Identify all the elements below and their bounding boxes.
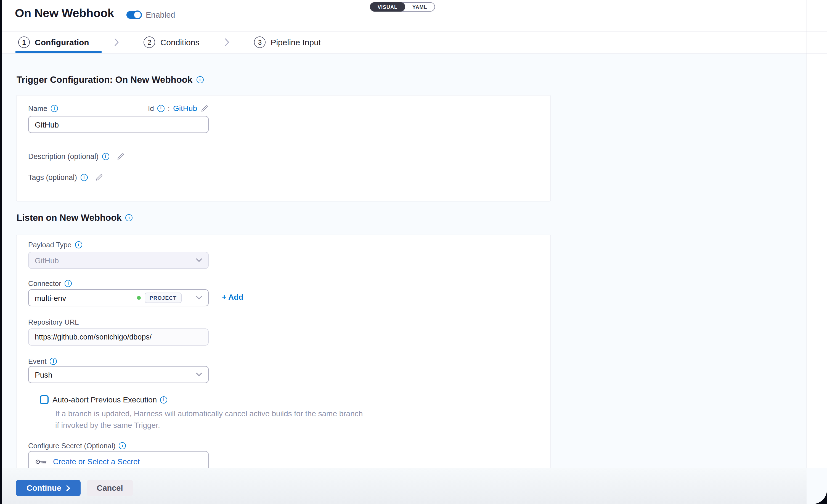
drawer-footer: Continue Cancel (2, 468, 807, 504)
right-gutter (807, 54, 827, 468)
connector-value: multi-env (35, 293, 137, 302)
name-label: Name (28, 104, 47, 113)
payload-type-value: GitHub (35, 256, 59, 265)
enabled-toggle[interactable] (127, 11, 141, 19)
auto-abort-label: Auto-abort Previous Execution (52, 395, 157, 404)
trigger-configuration-heading-text: Trigger Configuration: On New Webhook (16, 74, 192, 85)
step-1-badge: 1 (18, 37, 30, 48)
listen-heading-text: Listen on New Webhook (16, 212, 122, 223)
info-icon[interactable]: i (157, 105, 164, 112)
step-configuration[interactable]: 1 Configuration (18, 37, 89, 48)
chevron-right-icon (66, 485, 70, 491)
payload-type-row: Payload Type i (28, 241, 82, 249)
info-icon[interactable]: i (51, 105, 58, 112)
id-value: GitHub (173, 104, 197, 113)
tags-label: Tags (optional) (28, 173, 77, 182)
info-icon[interactable]: i (126, 214, 133, 221)
auto-abort-help: If a branch is updated, Harness will aut… (55, 408, 363, 431)
chevron-right-icon (225, 38, 230, 46)
screen: On New Webhook Enabled VISUAL YAML 1 Con… (0, 0, 827, 504)
add-connector-button[interactable]: + Add (222, 293, 243, 301)
listen-card: Payload Type i GitHub Connector i multi-… (16, 235, 551, 494)
name-label-row: Name i (28, 104, 58, 113)
repository-url-input[interactable] (28, 329, 209, 346)
wizard-steps: 1 Configuration 2 Conditions 3 Pipeline … (2, 32, 827, 54)
tags-row: Tags (optional) i (28, 173, 103, 182)
toggle-knob-icon (133, 10, 142, 19)
edit-id-icon[interactable] (200, 104, 209, 112)
page-title: On New Webhook (15, 7, 114, 20)
event-select[interactable]: Push (28, 366, 209, 383)
payload-type-select[interactable]: GitHub (28, 252, 209, 269)
secret-row-label: Configure Secret (Optional) i (28, 442, 126, 450)
continue-button[interactable]: Continue (16, 480, 81, 496)
step-pipeline-input[interactable]: 3 Pipeline Input (254, 37, 321, 48)
active-step-underline (15, 51, 102, 53)
visual-yaml-switch: VISUAL YAML (370, 2, 435, 12)
auto-abort-row: Auto-abort Previous Execution i (52, 395, 167, 404)
description-row: Description (optional) i (28, 152, 125, 161)
auto-abort-help-line2: if invoked by the same Trigger. (55, 419, 363, 431)
key-icon (35, 457, 47, 465)
tab-yaml[interactable]: YAML (405, 3, 434, 11)
info-icon[interactable]: i (50, 358, 57, 365)
connector-scope-badge: PROJECT (145, 293, 182, 303)
cancel-label: Cancel (97, 484, 123, 492)
chevron-down-icon (196, 296, 202, 300)
edit-description-icon[interactable] (116, 152, 125, 161)
name-input[interactable] (28, 116, 209, 133)
event-row-label: Event i (28, 357, 57, 365)
connector-label: Connector (28, 279, 61, 288)
step-1-label: Configuration (35, 38, 89, 47)
id-row: Id i : GitHub (148, 104, 209, 113)
repository-url-label: Repository URL (28, 318, 79, 326)
id-label: Id (148, 104, 154, 112)
step-3-badge: 3 (254, 37, 265, 48)
configure-secret-label: Configure Secret (Optional) (28, 442, 116, 450)
info-icon[interactable]: i (160, 396, 167, 403)
scrollbar-track[interactable] (807, 0, 807, 468)
event-label: Event (28, 357, 47, 365)
chevron-down-icon (196, 372, 202, 376)
auto-abort-checkbox[interactable] (40, 395, 49, 404)
event-value: Push (35, 370, 52, 379)
description-label: Description (optional) (28, 152, 99, 161)
info-icon[interactable]: i (119, 442, 126, 449)
info-icon[interactable]: i (80, 174, 88, 181)
listen-heading: Listen on New Webhook i (16, 212, 133, 223)
info-icon[interactable]: i (64, 280, 72, 287)
payload-type-label: Payload Type (28, 241, 71, 249)
enabled-label: Enabled (146, 10, 175, 19)
webhook-trigger-drawer: On New Webhook Enabled VISUAL YAML 1 Con… (2, 0, 827, 504)
step-2-badge: 2 (144, 37, 155, 48)
edit-tags-icon[interactable] (95, 173, 103, 182)
cancel-button[interactable]: Cancel (87, 480, 133, 496)
trigger-configuration-card: Name i Id i : GitHub Description (option… (16, 95, 551, 201)
connector-status-dot (137, 296, 141, 300)
step-3-label: Pipeline Input (271, 38, 321, 47)
chevron-right-icon (114, 38, 119, 46)
continue-label: Continue (27, 484, 61, 492)
step-conditions[interactable]: 2 Conditions (144, 37, 200, 48)
connector-select[interactable]: multi-env PROJECT (28, 289, 209, 306)
id-separator: : (168, 104, 170, 112)
drawer-header: On New Webhook Enabled VISUAL YAML (2, 0, 827, 32)
chevron-down-icon (196, 258, 202, 262)
step-2-label: Conditions (160, 38, 200, 47)
tab-visual[interactable]: VISUAL (370, 2, 405, 12)
info-icon[interactable]: i (196, 76, 203, 83)
info-icon[interactable]: i (75, 241, 82, 248)
info-icon[interactable]: i (102, 153, 109, 160)
connector-row-label: Connector i (28, 279, 72, 288)
trigger-configuration-heading: Trigger Configuration: On New Webhook i (16, 74, 203, 85)
create-or-select-secret-link[interactable]: Create or Select a Secret (53, 457, 140, 466)
auto-abort-help-line1: If a branch is updated, Harness will aut… (55, 408, 363, 419)
